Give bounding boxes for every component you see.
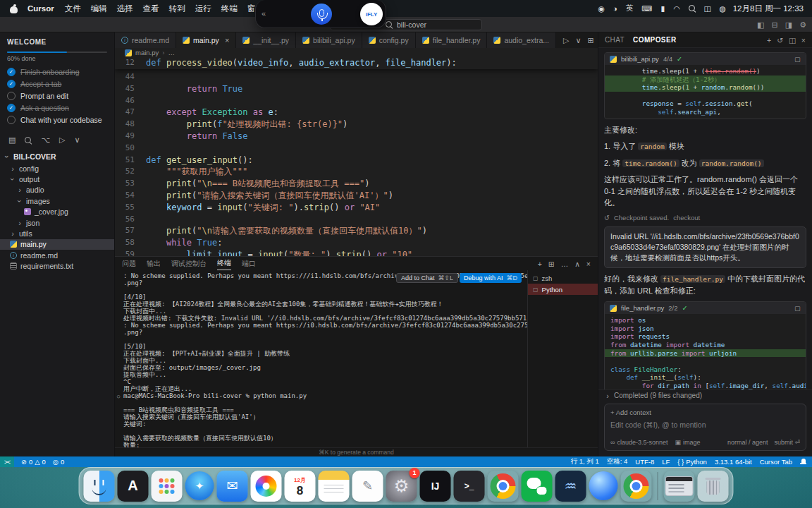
- tree-item-json[interactable]: ›json: [0, 217, 114, 228]
- explorer-icon[interactable]: ▤: [8, 135, 16, 145]
- menubar-item[interactable]: 选择: [112, 4, 138, 14]
- cursor-tab[interactable]: Cursor Tab: [760, 458, 792, 466]
- menubar-item[interactable]: 编辑: [86, 4, 112, 14]
- encoding[interactable]: UTF-8: [635, 458, 654, 466]
- breadcrumb[interactable]: main.py › …: [115, 48, 598, 57]
- explorer-root[interactable]: › BILI-COVER: [0, 150, 114, 163]
- editor-tab-bilibili_api.py[interactable]: bilibili_api.py: [296, 32, 362, 48]
- run-dropdown-icon[interactable]: ∨: [576, 36, 582, 45]
- dock-mail[interactable]: ✉: [217, 471, 248, 502]
- indentation[interactable]: 空格: 4: [607, 457, 628, 466]
- dock-finder[interactable]: [84, 471, 115, 502]
- tree-item-main.py[interactable]: main.py: [0, 239, 114, 250]
- panel-tab-问题[interactable]: 问题: [122, 257, 136, 270]
- menubar-item[interactable]: 文件: [60, 4, 86, 14]
- welcome-item[interactable]: ✓Accept a tab: [7, 78, 107, 90]
- dock-settings[interactable]: ⚙1: [386, 471, 417, 502]
- close-chat-icon[interactable]: ×: [801, 36, 806, 44]
- model-selector[interactable]: ∞claude-3.5-sonnet: [610, 439, 668, 446]
- close-panel-icon[interactable]: ×: [586, 260, 591, 268]
- editor-tab-config.py[interactable]: config.py: [362, 32, 416, 48]
- close-icon[interactable]: ×: [225, 36, 229, 44]
- dock-photos[interactable]: [251, 471, 282, 502]
- panel-layout-icon[interactable]: ◫: [789, 36, 796, 44]
- cursor-position[interactable]: 行 1, 列 1: [571, 457, 599, 466]
- tree-item-utils[interactable]: ›utils: [0, 228, 114, 238]
- tab-chat[interactable]: CHAT: [605, 36, 625, 44]
- mode-toggle[interactable]: normal / agent: [727, 439, 768, 446]
- menubar-item[interactable]: 运行: [190, 4, 216, 14]
- panel-tab-终端[interactable]: 终端: [217, 257, 231, 270]
- editor-tab-main.py[interactable]: main.py×: [176, 32, 236, 48]
- welcome-item[interactable]: ✓Ask a question: [7, 102, 107, 114]
- terminal-output[interactable]: Add to Chat⌘⇧L Debug with AI⌘D : No sche…: [115, 270, 527, 447]
- expand-icon[interactable]: ▢: [794, 55, 801, 63]
- tab-composer[interactable]: COMPOSER: [633, 36, 677, 44]
- source-control-icon[interactable]: ⌥: [41, 135, 50, 145]
- eol[interactable]: LF: [662, 458, 670, 466]
- code-block-header[interactable]: bilibili_api.py4/4✓▢: [605, 53, 806, 65]
- settings-gear-icon[interactable]: ⚙: [799, 20, 806, 30]
- dock-trash[interactable]: [698, 471, 729, 502]
- control-center-icon[interactable]: ◫: [704, 4, 711, 13]
- more-views-icon[interactable]: ∨: [75, 135, 80, 145]
- dock-docker[interactable]: ♒: [555, 471, 586, 502]
- run-debug-icon[interactable]: ▷: [59, 135, 65, 145]
- editor-tab-__init__.py[interactable]: __init__.py: [236, 32, 296, 48]
- welcome-item[interactable]: Prompt an edit: [7, 90, 107, 102]
- interpreter-version[interactable]: 3.13.1 64-bit: [715, 458, 752, 466]
- dock-app-a[interactable]: A: [118, 471, 149, 502]
- menubar-item[interactable]: 转到: [164, 4, 190, 14]
- submit-button[interactable]: submit ⏎: [774, 439, 800, 446]
- dock-blue-sphere[interactable]: [589, 471, 618, 500]
- terminal-more-icon[interactable]: …: [561, 260, 569, 268]
- panel-tab-端口[interactable]: 端口: [242, 257, 256, 270]
- welcome-item[interactable]: Chat with your codebase: [7, 114, 107, 126]
- dock-chrome[interactable]: [488, 471, 519, 502]
- panel-tab-调试控制台[interactable]: 调试控制台: [171, 257, 207, 270]
- add-context-button[interactable]: + Add context: [610, 409, 800, 416]
- code-block-header[interactable]: file_handler.py2/2✓▢: [605, 302, 806, 314]
- history-icon[interactable]: ↺: [777, 36, 783, 44]
- split-terminal-icon[interactable]: ⊞: [548, 260, 555, 268]
- remote-indicator[interactable]: ><: [0, 456, 14, 467]
- dock-wechat[interactable]: [522, 471, 553, 502]
- toggle-secondary-sidebar-icon[interactable]: ◨: [785, 20, 792, 30]
- spotlight-search-icon[interactable]: [689, 5, 696, 12]
- tree-item-_cover.jpg[interactable]: _cover.jpg: [0, 207, 114, 217]
- terminal-hint[interactable]: ⌘K to generate a command: [115, 447, 598, 456]
- app-menu-cursor[interactable]: Cursor: [22, 4, 60, 13]
- dock-textedit[interactable]: ✎: [352, 471, 383, 502]
- checkout-button[interactable]: checkout: [673, 214, 700, 222]
- dock-launchpad[interactable]: [152, 471, 183, 502]
- menubar-item[interactable]: 查看: [138, 4, 164, 14]
- editor-tab-file_handler.py[interactable]: file_handler.py: [416, 32, 488, 48]
- toggle-panel-icon[interactable]: ⊟: [772, 20, 778, 30]
- menubar-item[interactable]: 终端: [216, 4, 242, 14]
- dock-terminal[interactable]: >_: [454, 471, 485, 502]
- tree-item-images[interactable]: ›images: [0, 195, 114, 206]
- panel-tab-输出[interactable]: 输出: [147, 257, 161, 270]
- composer-input[interactable]: Edit code (⌘I), @ to mention: [610, 421, 800, 435]
- input-source-icon[interactable]: 英: [626, 4, 634, 13]
- menubar-clock[interactable]: 12月8日 周一 12:33: [733, 4, 804, 14]
- dock-calendar[interactable]: 12月8: [285, 471, 316, 502]
- dock-safari[interactable]: ✦: [185, 471, 214, 500]
- microphone-button[interactable]: [311, 4, 332, 25]
- wifi-icon[interactable]: ◠: [673, 4, 679, 13]
- new-chat-icon[interactable]: +: [767, 36, 771, 44]
- maximize-panel-icon[interactable]: ∧: [574, 260, 580, 268]
- display-icon[interactable]: ◑: [613, 4, 617, 13]
- search-icon[interactable]: [25, 137, 32, 144]
- editor-tab-readme.md[interactable]: ireadme.md: [115, 32, 176, 48]
- terminal-instance-Python[interactable]: ▢Python: [528, 284, 598, 295]
- apple-menu-icon[interactable]: [10, 4, 18, 13]
- tree-item-readme.md[interactable]: ireadme.md: [0, 250, 114, 260]
- collapse-icon[interactable]: «: [262, 9, 266, 18]
- dock-window-preview[interactable]: [664, 471, 695, 502]
- toggle-primary-sidebar-icon[interactable]: ◧: [757, 20, 764, 30]
- editor-tab-audio_extra...[interactable]: audio_extra...: [487, 32, 556, 48]
- tree-item-audio[interactable]: ›audio: [0, 185, 114, 195]
- dock-intellij[interactable]: IJ: [420, 471, 451, 502]
- problems-indicator[interactable]: ⊘0 △0: [21, 458, 46, 466]
